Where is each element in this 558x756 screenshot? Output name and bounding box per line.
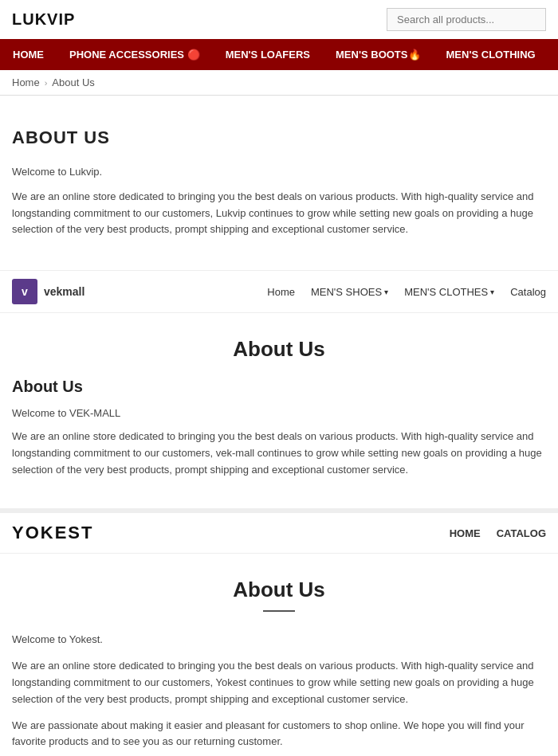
yokest-content: About Us Welcome to Yokest. We are an on… — [0, 554, 558, 756]
vekmall-logo-icon: v — [12, 279, 37, 304]
vekmall-welcome: Welcome to VEK-MALL — [12, 405, 546, 422]
yokest-welcome: Welcome to Yokest. — [12, 632, 546, 648]
lukvip-section: LUKVIP HOME PHONE ACCESSORIES 🔴 MEN'S LO… — [0, 0, 558, 270]
lukvip-about-title: ABOUT US — [12, 127, 546, 148]
yokest-body1: We are an online store dedicated to brin… — [12, 658, 546, 707]
lukvip-nav-phone-accessories[interactable]: PHONE ACCESSORIES 🔴 — [57, 39, 213, 70]
vekmall-page-title: About Us — [12, 337, 546, 362]
lukvip-header: LUKVIP — [0, 0, 558, 39]
search-input[interactable] — [387, 8, 546, 31]
vekmall-header: v vekmall Home MEN'S SHOES ▾ MEN'S CLOTH… — [0, 271, 558, 313]
yokest-section: YOKEST HOME CATALOG About Us Welcome to … — [0, 508, 558, 756]
lukvip-logo: LUKVIP — [12, 10, 75, 29]
vekmall-nav-home[interactable]: Home — [267, 286, 295, 298]
yokest-divider — [263, 610, 295, 612]
yokest-logo: YOKEST — [12, 523, 93, 543]
yokest-nav: HOME CATALOG — [450, 527, 546, 539]
vekmall-body: We are an online store dedicated to brin… — [12, 429, 546, 478]
yokest-nav-home[interactable]: HOME — [450, 527, 481, 539]
vekmall-nav-mens-shoes[interactable]: MEN'S SHOES ▾ — [311, 286, 388, 298]
lukvip-nav: HOME PHONE ACCESSORIES 🔴 MEN'S LOAFERS M… — [0, 39, 558, 70]
vekmall-nav-catalog[interactable]: Catalog — [510, 286, 546, 298]
vekmall-nav: Home MEN'S SHOES ▾ MEN'S CLOTHES ▾ Catal… — [267, 286, 546, 298]
vekmall-content: About Us About Us Welcome to VEK-MALL We… — [0, 313, 558, 508]
lukvip-nav-mens-clothing[interactable]: MEN'S CLOTHING — [434, 39, 548, 70]
yokest-nav-catalog[interactable]: CATALOG — [497, 527, 546, 539]
chevron-down-icon: ▾ — [384, 288, 388, 296]
breadcrumb-separator: › — [45, 78, 48, 88]
lukvip-content: ABOUT US Welcome to Lukvip. We are an on… — [0, 96, 558, 270]
yokest-title: About Us — [12, 578, 546, 602]
vekmall-nav-mens-clothes[interactable]: MEN'S CLOTHES ▾ — [404, 286, 494, 298]
lukvip-body: We are an online store dedicated to brin… — [12, 189, 546, 238]
vekmall-logo: v vekmall — [12, 279, 84, 304]
vekmall-section: v vekmall Home MEN'S SHOES ▾ MEN'S CLOTH… — [0, 270, 558, 508]
lukvip-nav-more[interactable]: MORE — [548, 39, 558, 70]
breadcrumb-current: About Us — [52, 76, 94, 88]
lukvip-nav-mens-loafers[interactable]: MEN'S LOAFERS — [213, 39, 323, 70]
vekmall-section-title: About Us — [12, 378, 546, 396]
yokest-body2: We are passionate about making it easier… — [12, 718, 546, 751]
breadcrumb: Home › About Us — [0, 70, 558, 96]
lukvip-nav-home[interactable]: HOME — [0, 39, 57, 70]
vekmall-logo-text: vekmall — [44, 285, 84, 298]
breadcrumb-home[interactable]: Home — [12, 76, 40, 88]
yokest-header: YOKEST HOME CATALOG — [0, 513, 558, 554]
lukvip-nav-mens-boots[interactable]: MEN'S BOOTS🔥 — [323, 39, 434, 70]
lukvip-welcome: Welcome to Lukvip. — [12, 164, 546, 181]
chevron-down-icon: ▾ — [490, 288, 494, 296]
